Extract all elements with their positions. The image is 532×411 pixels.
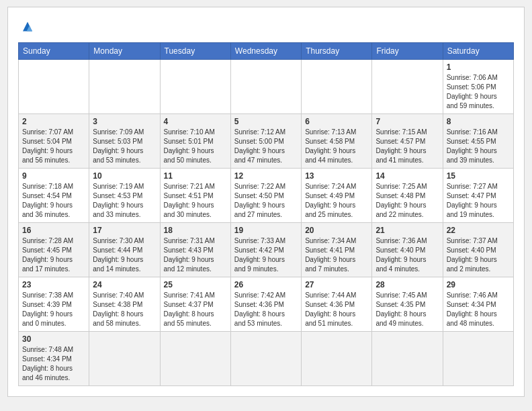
calendar-cell: 2Sunrise: 7:07 AM Sunset: 5:04 PM Daylig… [19,114,89,169]
calendar-cell [89,332,160,386]
day-info: Sunrise: 7:36 AM Sunset: 4:40 PM Dayligh… [375,236,439,274]
day-info: Sunrise: 7:27 AM Sunset: 4:47 PM Dayligh… [447,182,510,220]
day-info: Sunrise: 7:38 AM Sunset: 4:39 PM Dayligh… [22,291,85,328]
day-number: 23 [22,280,85,289]
calendar-cell: 7Sunrise: 7:15 AM Sunset: 4:57 PM Daylig… [372,114,443,169]
calendar-cell: 12Sunrise: 7:22 AM Sunset: 4:50 PM Dayli… [230,169,301,223]
calendar-week-3: 9Sunrise: 7:18 AM Sunset: 4:54 PM Daylig… [19,169,514,223]
calendar-cell: 14Sunrise: 7:25 AM Sunset: 4:48 PM Dayli… [372,169,443,223]
day-number: 28 [375,280,439,289]
day-info: Sunrise: 7:40 AM Sunset: 4:38 PM Dayligh… [93,291,156,328]
calendar-cell [302,332,372,386]
day-info: Sunrise: 7:06 AM Sunset: 5:06 PM Dayligh… [447,73,510,111]
calendar-cell [372,332,443,386]
day-info: Sunrise: 7:12 AM Sunset: 5:00 PM Dayligh… [234,128,298,165]
day-number: 17 [93,226,156,235]
calendar-cell [160,332,230,386]
calendar-cell: 6Sunrise: 7:13 AM Sunset: 4:58 PM Daylig… [302,114,372,169]
day-info: Sunrise: 7:30 AM Sunset: 4:44 PM Dayligh… [93,236,156,274]
generalblue-logo-icon [18,18,37,37]
calendar-cell [89,60,160,114]
day-info: Sunrise: 7:13 AM Sunset: 4:58 PM Dayligh… [305,128,368,165]
day-number: 12 [234,171,298,181]
day-info: Sunrise: 7:44 AM Sunset: 4:36 PM Dayligh… [305,291,368,328]
day-number: 29 [447,280,510,289]
day-number: 7 [375,117,439,126]
day-info: Sunrise: 7:21 AM Sunset: 4:51 PM Dayligh… [164,182,227,220]
calendar-cell [160,60,230,114]
calendar-cell: 17Sunrise: 7:30 AM Sunset: 4:44 PM Dayli… [89,223,160,277]
day-info: Sunrise: 7:07 AM Sunset: 5:04 PM Dayligh… [22,128,85,165]
day-number: 27 [305,280,368,289]
calendar-cell: 29Sunrise: 7:46 AM Sunset: 4:34 PM Dayli… [443,277,513,332]
day-info: Sunrise: 7:28 AM Sunset: 4:45 PM Dayligh… [22,236,85,274]
calendar-cell [302,60,372,114]
calendar-cell: 9Sunrise: 7:18 AM Sunset: 4:54 PM Daylig… [19,169,89,223]
weekday-header-sunday: Sunday [19,43,89,60]
day-number: 10 [93,171,156,181]
calendar-week-4: 16Sunrise: 7:28 AM Sunset: 4:45 PM Dayli… [19,223,514,277]
calendar-cell: 30Sunrise: 7:48 AM Sunset: 4:34 PM Dayli… [19,332,89,386]
calendar-cell: 10Sunrise: 7:19 AM Sunset: 4:53 PM Dayli… [89,169,160,223]
calendar-cell: 28Sunrise: 7:45 AM Sunset: 4:35 PM Dayli… [372,277,443,332]
calendar-cell: 8Sunrise: 7:16 AM Sunset: 4:55 PM Daylig… [443,114,513,169]
weekday-header-tuesday: Tuesday [160,43,230,60]
day-info: Sunrise: 7:46 AM Sunset: 4:34 PM Dayligh… [447,291,510,328]
day-info: Sunrise: 7:33 AM Sunset: 4:42 PM Dayligh… [234,236,298,274]
calendar-cell: 15Sunrise: 7:27 AM Sunset: 4:47 PM Dayli… [443,169,513,223]
day-number: 14 [375,171,439,181]
calendar-cell [372,60,443,114]
calendar-week-1: 1Sunrise: 7:06 AM Sunset: 5:06 PM Daylig… [19,60,514,114]
day-number: 15 [447,171,510,181]
day-info: Sunrise: 7:24 AM Sunset: 4:49 PM Dayligh… [305,182,368,220]
day-number: 24 [93,280,156,289]
day-number: 20 [305,226,368,235]
day-info: Sunrise: 7:10 AM Sunset: 5:01 PM Dayligh… [164,128,227,165]
day-info: Sunrise: 7:48 AM Sunset: 4:34 PM Dayligh… [22,345,85,383]
day-info: Sunrise: 7:16 AM Sunset: 4:55 PM Dayligh… [447,128,510,165]
weekday-header-wednesday: Wednesday [230,43,301,60]
day-info: Sunrise: 7:09 AM Sunset: 5:03 PM Dayligh… [93,128,156,165]
day-number: 30 [22,334,85,344]
calendar-week-2: 2Sunrise: 7:07 AM Sunset: 5:04 PM Daylig… [19,114,514,169]
calendar-cell: 18Sunrise: 7:31 AM Sunset: 4:43 PM Dayli… [160,223,230,277]
calendar-cell: 16Sunrise: 7:28 AM Sunset: 4:45 PM Dayli… [19,223,89,277]
calendar-cell: 23Sunrise: 7:38 AM Sunset: 4:39 PM Dayli… [19,277,89,332]
day-info: Sunrise: 7:37 AM Sunset: 4:40 PM Dayligh… [447,236,510,274]
day-info: Sunrise: 7:18 AM Sunset: 4:54 PM Dayligh… [22,182,85,220]
day-number: 25 [164,280,227,289]
calendar-cell: 3Sunrise: 7:09 AM Sunset: 5:03 PM Daylig… [89,114,160,169]
calendar-cell: 4Sunrise: 7:10 AM Sunset: 5:01 PM Daylig… [160,114,230,169]
calendar-cell [230,332,301,386]
calendar-cell: 26Sunrise: 7:42 AM Sunset: 4:36 PM Dayli… [230,277,301,332]
day-number: 19 [234,226,298,235]
day-number: 1 [447,62,510,72]
day-number: 4 [164,117,227,126]
calendar-cell: 5Sunrise: 7:12 AM Sunset: 5:00 PM Daylig… [230,114,301,169]
day-info: Sunrise: 7:19 AM Sunset: 4:53 PM Dayligh… [93,182,156,220]
day-info: Sunrise: 7:22 AM Sunset: 4:50 PM Dayligh… [234,182,298,220]
weekday-header-thursday: Thursday [302,43,372,60]
day-number: 5 [234,117,298,126]
day-number: 18 [164,226,227,235]
day-number: 22 [447,226,510,235]
day-number: 6 [305,117,368,126]
calendar-cell: 27Sunrise: 7:44 AM Sunset: 4:36 PM Dayli… [302,277,372,332]
day-info: Sunrise: 7:31 AM Sunset: 4:43 PM Dayligh… [164,236,227,274]
calendar-cell: 22Sunrise: 7:37 AM Sunset: 4:40 PM Dayli… [443,223,513,277]
calendar-cell [230,60,301,114]
weekday-header-saturday: Saturday [443,43,513,60]
day-number: 16 [22,226,85,235]
calendar-cell: 20Sunrise: 7:34 AM Sunset: 4:41 PM Dayli… [302,223,372,277]
day-info: Sunrise: 7:45 AM Sunset: 4:35 PM Dayligh… [375,291,439,328]
calendar-cell [19,60,89,114]
day-number: 21 [375,226,439,235]
calendar-table: SundayMondayTuesdayWednesdayThursdayFrid… [18,42,514,386]
header [18,14,514,37]
weekday-header-friday: Friday [372,43,443,60]
calendar-cell: 11Sunrise: 7:21 AM Sunset: 4:51 PM Dayli… [160,169,230,223]
day-number: 8 [447,117,510,126]
day-number: 13 [305,171,368,181]
calendar-week-6: 30Sunrise: 7:48 AM Sunset: 4:34 PM Dayli… [19,332,514,386]
weekday-header-monday: Monday [89,43,160,60]
